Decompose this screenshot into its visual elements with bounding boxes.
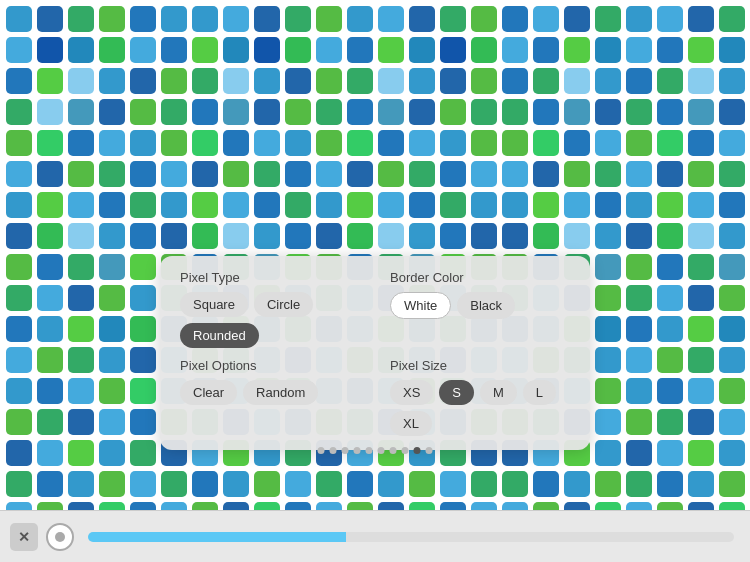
pixel-cell[interactable] [347, 130, 373, 156]
pixel-cell[interactable] [688, 316, 714, 342]
pixel-cell[interactable] [502, 471, 528, 497]
pixel-cell[interactable] [471, 99, 497, 125]
pixel-cell[interactable] [657, 161, 683, 187]
pixel-cell[interactable] [37, 6, 63, 32]
pixel-cell[interactable] [719, 316, 745, 342]
pixel-cell[interactable] [502, 223, 528, 249]
pixel-cell[interactable] [68, 440, 94, 466]
pixel-cell[interactable] [564, 37, 590, 63]
pixel-cell[interactable] [502, 502, 528, 510]
pixel-cell[interactable] [409, 223, 435, 249]
pixel-cell[interactable] [502, 6, 528, 32]
pixel-cell[interactable] [626, 161, 652, 187]
pixel-cell[interactable] [533, 502, 559, 510]
pixel-cell[interactable] [595, 285, 621, 311]
pixel-cell[interactable] [688, 37, 714, 63]
pixel-cell[interactable] [99, 471, 125, 497]
pixel-cell[interactable] [626, 285, 652, 311]
pixel-cell[interactable] [347, 161, 373, 187]
clear-button[interactable]: Clear [180, 380, 237, 405]
pixel-cell[interactable] [37, 161, 63, 187]
pixel-cell[interactable] [595, 440, 621, 466]
pixel-cell[interactable] [316, 192, 342, 218]
pixel-cell[interactable] [68, 409, 94, 435]
pixel-cell[interactable] [99, 130, 125, 156]
pixel-cell[interactable] [68, 37, 94, 63]
pixel-cell[interactable] [502, 99, 528, 125]
pixel-cell[interactable] [564, 192, 590, 218]
pixel-cell[interactable] [316, 161, 342, 187]
pixel-cell[interactable] [502, 161, 528, 187]
pixel-cell[interactable] [440, 502, 466, 510]
pixel-cell[interactable] [595, 254, 621, 280]
dot-indicator[interactable] [378, 447, 385, 454]
pixel-cell[interactable] [130, 409, 156, 435]
pixel-cell[interactable] [657, 6, 683, 32]
pixel-cell[interactable] [657, 471, 683, 497]
pixel-cell[interactable] [37, 440, 63, 466]
pixel-cell[interactable] [68, 192, 94, 218]
pixel-cell[interactable] [409, 6, 435, 32]
pixel-cell[interactable] [440, 130, 466, 156]
pixel-cell[interactable] [378, 161, 404, 187]
pixel-cell[interactable] [657, 378, 683, 404]
pixel-cell[interactable] [6, 347, 32, 373]
pixel-cell[interactable] [471, 6, 497, 32]
pixel-cell[interactable] [378, 130, 404, 156]
pixel-cell[interactable] [688, 254, 714, 280]
pixel-cell[interactable] [471, 130, 497, 156]
pixel-cell[interactable] [409, 37, 435, 63]
pixel-cell[interactable] [719, 254, 745, 280]
pixel-cell[interactable] [440, 192, 466, 218]
pixel-cell[interactable] [533, 192, 559, 218]
pixel-cell[interactable] [192, 223, 218, 249]
pixel-cell[interactable] [285, 99, 311, 125]
pixel-cell[interactable] [130, 502, 156, 510]
dot-indicator[interactable] [390, 447, 397, 454]
pixel-cell[interactable] [192, 130, 218, 156]
pixel-cell[interactable] [192, 99, 218, 125]
pixel-cell[interactable] [595, 223, 621, 249]
pixel-cell[interactable] [285, 192, 311, 218]
pixel-cell[interactable] [688, 161, 714, 187]
pixel-cell[interactable] [68, 68, 94, 94]
pixel-cell[interactable] [6, 223, 32, 249]
pixel-cell[interactable] [223, 161, 249, 187]
pixel-cell[interactable] [68, 6, 94, 32]
pixel-cell[interactable] [595, 192, 621, 218]
pixel-cell[interactable] [378, 471, 404, 497]
pixel-cell[interactable] [564, 6, 590, 32]
pixel-cell[interactable] [595, 409, 621, 435]
pixel-cell[interactable] [378, 68, 404, 94]
pixel-cell[interactable] [254, 192, 280, 218]
pixel-cell[interactable] [378, 192, 404, 218]
pixel-cell[interactable] [688, 409, 714, 435]
pixel-cell[interactable] [688, 347, 714, 373]
pixel-cell[interactable] [99, 223, 125, 249]
pixel-cell[interactable] [378, 223, 404, 249]
pixel-cell[interactable] [99, 316, 125, 342]
pixel-cell[interactable] [533, 223, 559, 249]
pixel-cell[interactable] [223, 502, 249, 510]
pixel-cell[interactable] [626, 37, 652, 63]
pixel-cell[interactable] [719, 440, 745, 466]
pixel-cell[interactable] [688, 192, 714, 218]
close-button[interactable]: ✕ [10, 523, 38, 551]
pixel-cell[interactable] [285, 223, 311, 249]
pixel-cell[interactable] [130, 37, 156, 63]
black-button[interactable]: Black [457, 292, 515, 319]
pixel-cell[interactable] [316, 223, 342, 249]
pixel-cell[interactable] [316, 130, 342, 156]
pixel-cell[interactable] [130, 223, 156, 249]
pixel-cell[interactable] [68, 502, 94, 510]
dot-indicator[interactable] [318, 447, 325, 454]
pixel-cell[interactable] [285, 471, 311, 497]
pixel-cell[interactable] [192, 161, 218, 187]
pixel-cell[interactable] [657, 130, 683, 156]
pixel-cell[interactable] [6, 161, 32, 187]
pixel-cell[interactable] [378, 502, 404, 510]
pixel-cell[interactable] [223, 6, 249, 32]
pixel-cell[interactable] [254, 223, 280, 249]
pixel-cell[interactable] [626, 409, 652, 435]
pixel-cell[interactable] [440, 223, 466, 249]
